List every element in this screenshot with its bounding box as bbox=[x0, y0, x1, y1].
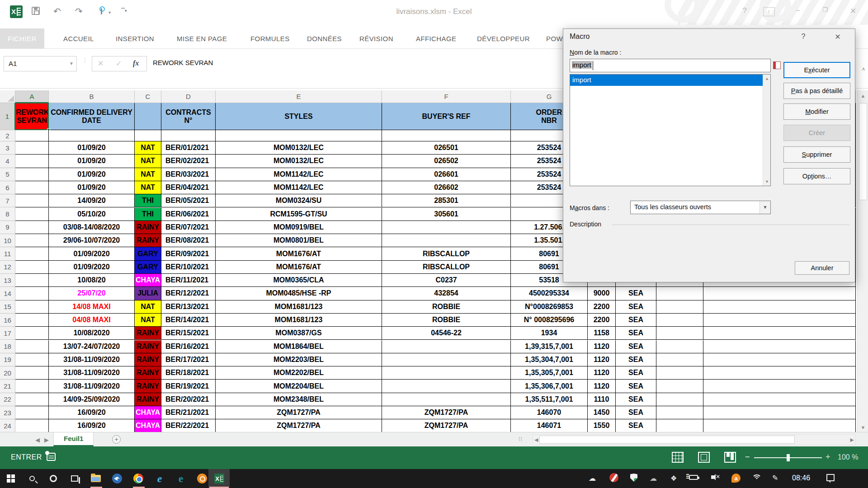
cell-B5[interactable]: 01/09/20 bbox=[49, 168, 135, 181]
tab-données[interactable]: DONNÉES bbox=[307, 28, 342, 49]
cancel-button[interactable]: Annuler bbox=[795, 261, 849, 275]
cell-C24[interactable]: CHAYA bbox=[135, 419, 161, 432]
cell-F14[interactable]: 432854 bbox=[382, 287, 511, 300]
scroll-left-icon[interactable]: ◀ bbox=[534, 437, 538, 443]
table-header-D1[interactable]: CONTRACTS N° bbox=[161, 103, 216, 130]
tab-pow[interactable]: POW bbox=[546, 28, 563, 49]
cell-H24[interactable]: 1550 bbox=[588, 419, 616, 432]
formula-bar-collapse-icon[interactable]: ∧ bbox=[862, 66, 865, 72]
list-scrollbar[interactable]: ▲ ▼ bbox=[763, 75, 770, 186]
tab-accueil[interactable]: ACCUEIL bbox=[63, 28, 94, 49]
cell-D24[interactable]: BER/22/2021 bbox=[161, 419, 216, 432]
row-header-1[interactable]: 1 bbox=[0, 103, 15, 130]
cell-E18[interactable]: MOM1864/BEL bbox=[216, 340, 382, 353]
ribbon-options-button[interactable]: ↑ bbox=[763, 7, 775, 16]
sheet-next-icon[interactable]: ▶ bbox=[44, 436, 49, 443]
cell-J17[interactable] bbox=[656, 327, 703, 340]
cell-F13[interactable]: C0237 bbox=[382, 274, 511, 287]
cell-J20[interactable] bbox=[656, 366, 703, 380]
cell-D2[interactable] bbox=[161, 130, 216, 141]
cell-C16[interactable]: NAT bbox=[135, 314, 161, 327]
cell-K21[interactable] bbox=[703, 380, 856, 393]
cell-E10[interactable]: MOM0801/BEL bbox=[216, 234, 382, 247]
redo-icon[interactable]: ↷ bbox=[75, 6, 83, 16]
ccleaner-icon[interactable] bbox=[609, 473, 618, 482]
name-box-splitter[interactable]: ⋮ bbox=[82, 59, 88, 62]
cell-A13[interactable] bbox=[15, 274, 49, 287]
add-sheet-icon[interactable]: + bbox=[112, 435, 121, 444]
cell-A12[interactable] bbox=[15, 261, 49, 274]
cell-B21[interactable]: 31/08-11/09/2020 bbox=[49, 380, 135, 393]
cell-A11[interactable] bbox=[15, 247, 49, 260]
cell-I17[interactable]: SEA bbox=[616, 327, 656, 340]
cell-K23[interactable] bbox=[703, 406, 856, 419]
sheet-tab-feuil1[interactable]: Feuil1 bbox=[53, 432, 94, 446]
cell-I14[interactable]: SEA bbox=[616, 287, 656, 300]
cell-B17[interactable]: 10/08/2020 bbox=[49, 327, 135, 340]
cell-C23[interactable]: CHAYA bbox=[135, 406, 161, 419]
dropbox-icon[interactable]: ❖ bbox=[670, 474, 677, 483]
row-header-13[interactable]: 13 bbox=[0, 274, 15, 287]
cell-H19[interactable]: 1120 bbox=[588, 353, 616, 366]
cell-E12[interactable]: MOM1676/AT bbox=[216, 261, 382, 274]
modifier-button[interactable]: Modifier bbox=[783, 103, 850, 120]
table-header-F1[interactable]: BUYER'S REF bbox=[382, 103, 511, 130]
cell-A2[interactable] bbox=[15, 130, 49, 141]
cell-G18[interactable]: 1,39,315,7,001 bbox=[511, 340, 588, 353]
task-view-icon[interactable] bbox=[68, 472, 81, 485]
cell-D4[interactable]: BER/02/2021 bbox=[161, 155, 216, 168]
cell-K17[interactable] bbox=[703, 327, 856, 340]
cell-F3[interactable]: 026501 bbox=[382, 141, 511, 155]
cell-E21[interactable]: MOM2204/BEL bbox=[216, 380, 382, 393]
cell-C15[interactable]: NAT bbox=[135, 300, 161, 314]
row-header-21[interactable]: 21 bbox=[0, 380, 15, 393]
créer-button[interactable]: Créer bbox=[783, 125, 850, 141]
cell-J14[interactable] bbox=[656, 287, 703, 300]
cell-F16[interactable]: ROBBIE bbox=[382, 314, 511, 327]
cell-A15[interactable] bbox=[15, 300, 49, 314]
table-header-B1[interactable]: CONFIRMED DELIVERY DATE bbox=[49, 103, 135, 130]
undo-icon[interactable]: ↶ bbox=[53, 6, 61, 16]
cell-A20[interactable] bbox=[15, 366, 49, 380]
help-button[interactable]: ? bbox=[739, 6, 750, 15]
confirm-entry-icon[interactable]: ✓ bbox=[116, 59, 122, 68]
cell-H18[interactable]: 1120 bbox=[588, 340, 616, 353]
cell-J22[interactable] bbox=[656, 393, 703, 406]
cell-E9[interactable]: MOM0919/BEL bbox=[216, 221, 382, 234]
cell-B2[interactable] bbox=[49, 130, 135, 141]
scroll-right-icon[interactable]: ▶ bbox=[850, 437, 854, 443]
cell-I24[interactable]: SEA bbox=[616, 419, 656, 432]
save-icon[interactable] bbox=[32, 7, 40, 15]
formula-bar-input[interactable]: REWORK SEVRAN bbox=[153, 59, 213, 66]
cell-F19[interactable] bbox=[382, 353, 511, 366]
cell-F8[interactable]: 305601 bbox=[382, 208, 511, 221]
tab-insertion[interactable]: INSERTION bbox=[116, 28, 154, 49]
cell-F5[interactable]: 026601 bbox=[382, 168, 511, 181]
cell-A1-selected[interactable]: REWORK SEVRAN bbox=[15, 103, 49, 130]
scroll-up-icon[interactable]: ▲ bbox=[858, 93, 868, 99]
cell-A18[interactable] bbox=[15, 340, 49, 353]
cell-G14[interactable]: 4500295334 bbox=[511, 287, 588, 300]
cell-K22[interactable] bbox=[703, 393, 856, 406]
cell-D14[interactable]: BER/12/2021 bbox=[161, 287, 216, 300]
cell-B18[interactable]: 13/07-24/07/2020 bbox=[49, 340, 135, 353]
cell-B7[interactable]: 14/09/20 bbox=[49, 194, 135, 207]
cell-I22[interactable]: SEA bbox=[616, 393, 656, 406]
cell-G22[interactable]: 1,35,511,7,001 bbox=[511, 393, 588, 406]
cell-G15[interactable]: N°0008269853 bbox=[511, 300, 588, 314]
cell-E22[interactable]: MOM2348/BEL bbox=[216, 393, 382, 406]
touch-mode-icon[interactable] bbox=[97, 6, 106, 16]
cell-C13[interactable]: CHAYA bbox=[135, 274, 161, 287]
cell-C10[interactable]: RAINY bbox=[135, 234, 161, 247]
cell-H21[interactable]: 1120 bbox=[588, 380, 616, 393]
tab-mise-en-page[interactable]: MISE EN PAGE bbox=[177, 28, 227, 49]
cell-B13[interactable]: 10/08/20 bbox=[49, 274, 135, 287]
vertical-scrollbar[interactable]: ▲ ▼ bbox=[857, 90, 868, 433]
cell-J23[interactable] bbox=[656, 406, 703, 419]
compass-app-icon[interactable] bbox=[196, 472, 208, 485]
start-button[interactable] bbox=[5, 472, 17, 485]
cell-F18[interactable] bbox=[382, 340, 511, 353]
pen-icon[interactable]: ✎ bbox=[772, 474, 778, 482]
qat-customize-icon[interactable]: ▔▾ bbox=[121, 8, 127, 13]
tab-révision[interactable]: RÉVISION bbox=[359, 28, 393, 49]
